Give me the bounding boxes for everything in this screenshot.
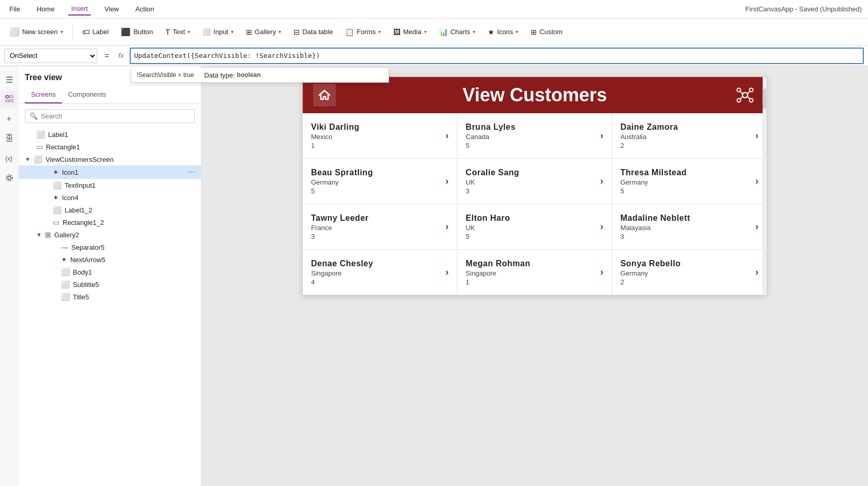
tree-item-viewcustomers[interactable]: ▼ ⬜ ViewCustomersScreen <box>19 153 201 165</box>
gallery2-name: Gallery2 <box>54 231 79 239</box>
expand-icon-viewcustomers[interactable]: ▼ <box>25 156 30 162</box>
canvas-area: View Customers <box>202 66 868 486</box>
tree-item-rectangle1[interactable]: ▭ Rectangle1 <box>19 141 201 153</box>
tree-item-nextarrow5[interactable]: ✦ NextArrow5 <box>19 253 201 266</box>
formula-input[interactable] <box>134 52 860 59</box>
customer-cell[interactable]: Madaline Neblett Malayasia 3 › <box>612 204 767 250</box>
label-label: Label <box>92 28 109 36</box>
text-button[interactable]: T Text ▾ <box>160 24 195 39</box>
customer-chevron-icon: › <box>445 176 448 187</box>
gallery2-icon: ⊞ <box>45 231 51 239</box>
icons-icon: ★ <box>488 28 494 36</box>
label-button[interactable]: 🏷 Label <box>77 24 114 39</box>
expand-icon-gallery2[interactable]: ▼ <box>36 232 42 238</box>
tree-item-gallery2[interactable]: ▼ ⊞ Gallery2 <box>19 229 201 241</box>
customer-cell[interactable]: Viki Darling Mexico 1 › <box>303 113 457 159</box>
tree-item-label1-2[interactable]: ⬜ Label1_2 <box>19 204 201 216</box>
icons-chevron: ▾ <box>516 29 518 35</box>
sidebar-icon-var[interactable]: {x} <box>1 150 18 166</box>
tree-item-separator5[interactable]: — Separator5 <box>19 241 201 253</box>
gallery-icon: ⊞ <box>246 28 252 36</box>
customer-cell[interactable]: Megan Rohman Singapore 1 › <box>457 250 612 295</box>
menu-view[interactable]: View <box>101 3 122 15</box>
tab-components[interactable]: Components <box>62 86 113 103</box>
customer-cell[interactable]: Daine Zamora Australia 2 › <box>612 113 767 159</box>
new-screen-button[interactable]: ⬜ New screen ▾ <box>4 24 68 40</box>
customer-info: Coralie Sang UK 3 <box>466 168 519 195</box>
customer-cell[interactable]: Denae Chesley Singapore 4 › <box>303 250 457 295</box>
sidebar-icon-menu[interactable]: ☰ <box>1 71 18 88</box>
menu-file[interactable]: File <box>6 3 23 15</box>
svg-line-14 <box>740 97 742 99</box>
media-chevron: ▾ <box>424 29 427 35</box>
sidebar-icon-settings[interactable] <box>1 170 18 186</box>
charts-button[interactable]: 📊 Charts ▾ <box>434 25 481 39</box>
customer-name: Elton Haro <box>466 214 510 223</box>
label-icon: 🏷 <box>82 27 90 36</box>
icons-button[interactable]: ★ Icons ▾ <box>483 25 523 39</box>
home-button[interactable] <box>313 84 336 107</box>
customer-name: Madaline Neblett <box>621 214 690 223</box>
tree-item-label1[interactable]: ⬜ Label1 <box>19 128 201 141</box>
customer-number: 3 <box>311 233 369 240</box>
customer-cell[interactable]: Elton Haro UK 5 › <box>457 204 612 250</box>
menu-action[interactable]: Action <box>132 3 157 15</box>
customer-name: Tawny Leeder <box>311 214 369 223</box>
tree-item-body1[interactable]: ⬜ Body1 <box>19 266 201 278</box>
data-table-button[interactable]: ⊟ Data table <box>288 25 338 39</box>
gallery-label: Gallery <box>255 28 276 36</box>
input-icon: ⬜ <box>203 28 211 36</box>
tree-item-subtitle5[interactable]: ⬜ Subtitle5 <box>19 278 201 291</box>
tree-item-icon4[interactable]: ✦ Icon4 <box>19 191 201 204</box>
tree-item-title5[interactable]: ⬜ Title5 <box>19 291 201 303</box>
rectangle1-icon: ▭ <box>36 143 43 151</box>
formula-input-wrap[interactable]: !SearchVisible = true Data type: boolean <box>130 48 864 64</box>
customer-number: 3 <box>466 187 519 195</box>
customer-cell[interactable]: Bruna Lyles Canada 5 › <box>457 113 612 159</box>
label1-icon: ⬜ <box>36 130 45 139</box>
search-input[interactable] <box>41 112 190 120</box>
tree-item-icon1[interactable]: ✦ Icon1 ··· <box>19 165 201 179</box>
forms-button[interactable]: 📋 Forms ▾ <box>340 25 386 39</box>
customer-chevron-icon: › <box>755 176 758 187</box>
svg-line-12 <box>740 92 742 94</box>
tree-item-textinput1[interactable]: ⬜ TextInput1 <box>19 179 201 191</box>
sidebar-search[interactable]: 🔍 <box>25 109 195 123</box>
tab-screens[interactable]: Screens <box>25 86 62 103</box>
customer-cell[interactable]: Coralie Sang UK 3 › <box>457 159 612 204</box>
charts-label: Charts <box>451 28 470 36</box>
customer-info: Sonya Rebello Germany 2 <box>621 259 681 286</box>
rectangle1-2-name: Rectangle1_2 <box>63 219 104 226</box>
sidebar-tabs: Screens Components <box>19 86 201 104</box>
gallery-button[interactable]: ⊞ Gallery ▾ <box>241 25 286 39</box>
customer-country: Germany <box>621 269 681 277</box>
svg-point-11 <box>749 99 753 102</box>
custom-button[interactable]: ⊞ Custom <box>525 25 568 39</box>
input-button[interactable]: ⬜ Input ▾ <box>197 25 239 39</box>
media-button[interactable]: 🖼 Media ▾ <box>388 25 431 39</box>
sidebar-icon-db[interactable]: 🗄 <box>1 130 18 147</box>
text-label: Text <box>173 28 185 36</box>
customer-chevron-icon: › <box>445 267 448 278</box>
sidebar-icon-tree[interactable] <box>1 91 18 108</box>
customer-cell[interactable]: Sonya Rebello Germany 2 › <box>612 250 767 295</box>
menu-home[interactable]: Home <box>34 3 58 15</box>
tree-item-rectangle1-2[interactable]: ▭ Rectangle1_2 <box>19 216 201 229</box>
subtitle5-name: Subtitle5 <box>73 281 99 288</box>
menu-insert[interactable]: Insert <box>68 3 91 16</box>
sidebar-icon-plus[interactable]: + <box>1 111 18 127</box>
customer-country: Singapore <box>466 269 530 277</box>
customer-number: 5 <box>311 187 373 195</box>
button-label: Button <box>133 28 153 36</box>
icon1-actions[interactable]: ··· <box>188 168 195 177</box>
formula-dropdown[interactable]: OnSelect <box>4 49 97 63</box>
scroll-indicator[interactable] <box>763 77 767 295</box>
label1-2-icon: ⬜ <box>53 206 61 214</box>
customer-cell[interactable]: Thresa Milstead Germany 5 › <box>612 159 767 204</box>
customer-cell[interactable]: Beau Spratling Germany 5 › <box>303 159 457 204</box>
button-button[interactable]: ⬛ Button <box>116 24 158 40</box>
search-network-button[interactable] <box>734 84 756 107</box>
customer-cell[interactable]: Tawny Leeder France 3 › <box>303 204 457 250</box>
autocomplete-item[interactable]: !SearchVisible = true Data type: boolean <box>131 68 389 82</box>
customer-country: Germany <box>621 178 687 186</box>
